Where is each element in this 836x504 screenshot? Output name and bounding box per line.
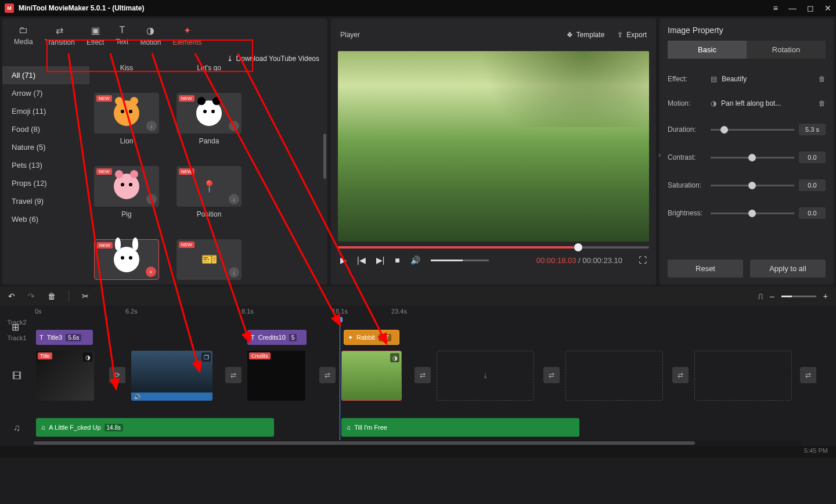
ticket-icon: 🎫 [201,252,217,267]
empty-slot[interactable] [565,351,663,401]
video-track[interactable]: Title◑ ⟳ ❐🔊 ⇄ Credits ⇄ ◑ ⇄ ⤓ ⇄ ⇄ ⇄ [34,348,836,404]
category-emoji[interactable]: Emoji (11) [2,102,89,120]
contrast-value[interactable]: 0.0 [799,152,826,163]
add-icon[interactable]: + [146,267,156,277]
minimize-icon[interactable]: — [788,3,797,13]
empty-slot[interactable]: ⤓ [437,351,534,401]
element-position[interactable]: NEW📍↓ Position [176,166,242,218]
element-lion[interactable]: NEW↓ Lion [94,93,159,145]
motion-value[interactable]: Pan left along bot... [721,99,814,107]
download-icon[interactable]: ↓ [146,121,157,131]
category-list: All (71) Arrow (7) Emoji (11) Food (8) N… [2,65,89,285]
transition-slot[interactable]: ⟳ [109,367,125,383]
video-track-icon: 🎞 [12,371,21,381]
video-clip-1[interactable]: Title◑ [36,351,94,401]
apply-all-button[interactable]: Apply to all [750,260,826,278]
duration-value[interactable]: 5.3 s [799,124,826,135]
audio-clip-2[interactable]: ♫Till I'm Free [341,418,579,437]
prev-frame-icon[interactable]: |◀ [357,255,366,265]
element-rabbit[interactable]: NEW+ Rabbit [94,239,159,285]
clip-credits10[interactable]: TCredits105 [247,330,307,345]
transition-slot[interactable]: ⇄ [672,367,689,383]
duration-slider[interactable] [711,129,794,131]
clip-rabbit[interactable]: ✦Rabbit4.7 [344,330,399,345]
category-food[interactable]: Food (8) [2,120,89,138]
category-pets[interactable]: Pets (13) [2,156,89,174]
zoom-out-icon[interactable]: – [770,291,774,301]
download-youtube-link[interactable]: ⤓Download YouTube Videos [2,52,327,65]
close-icon[interactable]: ✕ [824,3,831,13]
trash-icon[interactable]: 🗑 [48,291,56,301]
category-nature[interactable]: Nature (5) [2,138,89,156]
element-ticket[interactable]: NEW🎫↓ Ticket [176,239,242,285]
play-icon[interactable]: ▶ [340,255,347,265]
download-icon[interactable]: ↓ [146,194,157,204]
transition-slot[interactable]: ⇄ [415,367,431,383]
brightness-slider[interactable] [711,213,794,214]
snap-icon[interactable]: ⎍ [758,291,763,301]
playhead[interactable] [340,317,340,440]
element-panda[interactable]: NEW↓ Panda [176,93,242,145]
tab-media[interactable]: 🗀Media [8,21,39,49]
timeline-ruler[interactable]: 0s 6.2s 8.1s 18.1s 23.4s [0,305,836,317]
element-letsgo[interactable]: Let's go [176,65,242,72]
audio-clip-1[interactable]: ♫A Little F_cked Up14.8s [36,418,274,437]
menu-icon[interactable]: ≡ [773,3,778,13]
template-button[interactable]: ❖Template [567,31,605,39]
contrast-slider[interactable] [711,157,794,159]
split-icon[interactable]: ✂ [82,291,89,301]
maximize-icon[interactable]: ◻ [807,3,814,13]
clip-title3[interactable]: TTitle35.6s [36,330,93,345]
export-button[interactable]: ⇪Export [617,31,647,39]
transition-slot[interactable]: ⇄ [225,367,242,383]
element-pig[interactable]: NEW↓ Pig [94,166,159,218]
download-icon[interactable]: ↓ [229,121,239,131]
effect-value[interactable]: Beautify [722,75,814,83]
tab-elements[interactable]: ✦Elements [167,21,207,50]
trash-icon[interactable]: 🗑 [819,75,826,83]
reset-button[interactable]: Reset [668,260,743,278]
video-clip-2[interactable]: ❐🔊 [131,351,212,401]
next-frame-icon[interactable]: ▶| [376,255,385,265]
saturation-slider[interactable] [711,185,794,186]
element-kiss[interactable]: Kiss [94,65,159,72]
timeline-scrollbar[interactable] [34,440,802,446]
tab-motion[interactable]: ◑Motion [134,21,167,50]
tab-rotation[interactable]: Rotation [747,41,826,59]
video-clip-4[interactable]: ◑ [341,351,402,401]
zoom-slider[interactable] [781,296,816,297]
category-travel[interactable]: Travel (9) [2,192,89,210]
tab-text[interactable]: TText [110,21,134,49]
video-preview[interactable] [338,51,649,242]
video-clip-3[interactable]: Credits [247,351,305,401]
audio-track[interactable]: ♫A Little F_cked Up14.8s ♫Till I'm Free [34,416,836,440]
transition-icon: ⇄ [45,25,75,36]
stop-icon[interactable]: ■ [395,255,399,265]
brightness-value[interactable]: 0.0 [799,207,826,219]
redo-icon[interactable]: ↷ [28,291,35,301]
volume-slider[interactable] [431,260,489,261]
transition-slot[interactable]: ⇄ [543,367,560,383]
undo-icon[interactable]: ↶ [8,291,15,301]
category-web[interactable]: Web (6) [2,210,89,228]
category-props[interactable]: Props (12) [2,174,89,192]
add-track-icon[interactable]: ⊞ [12,322,19,333]
tab-transition[interactable]: ⇄Transition [39,21,81,50]
fullscreen-icon[interactable]: ⛶ [639,255,647,265]
collapse-handle-icon[interactable]: › [658,151,661,159]
empty-slot[interactable] [694,351,792,401]
motion-icon: ◑ [140,25,161,36]
download-icon[interactable]: ↓ [229,267,239,278]
saturation-value[interactable]: 0.0 [799,179,826,191]
zoom-in-icon[interactable]: + [823,291,828,301]
tab-effect[interactable]: ▣Effect [81,21,110,50]
category-all[interactable]: All (71) [2,66,89,84]
transition-slot[interactable]: ⇄ [319,367,336,383]
trash-icon[interactable]: 🗑 [819,99,826,107]
tab-basic[interactable]: Basic [668,41,747,59]
volume-icon[interactable]: 🔊 [410,255,420,265]
download-icon[interactable]: ↓ [229,194,239,204]
transition-slot[interactable]: ⇄ [800,367,816,383]
category-arrow[interactable]: Arrow (7) [2,84,89,102]
scrub-bar[interactable] [338,246,649,249]
